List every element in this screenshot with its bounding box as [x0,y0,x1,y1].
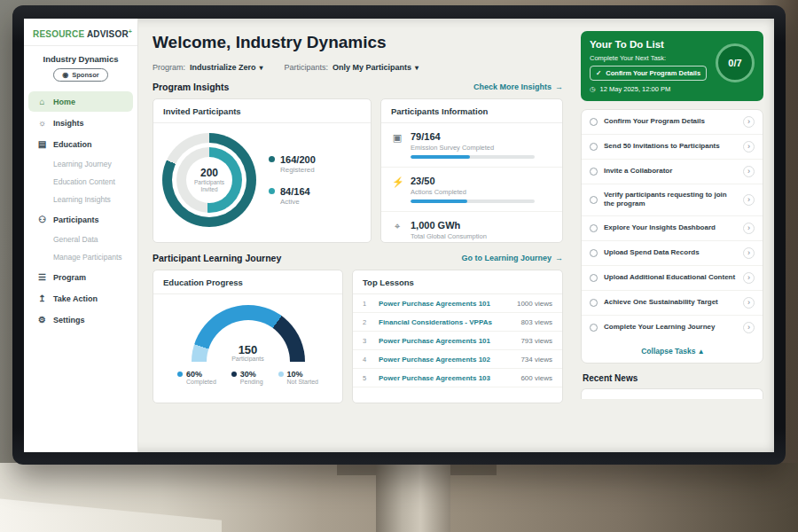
education-progress-gauge-chart: 150 Participants [192,305,305,362]
legend-value: 10% [287,370,303,379]
participants-filter-label: Participants: [285,63,329,72]
todo-progress-value: 0/7 [728,58,741,68]
app-logo: RESOURCE ADVISOR+ [24,19,137,46]
chevron-right-icon[interactable]: › [743,194,755,206]
lesson-views: 803 views [520,318,552,326]
lesson-row-1: 1 Power Purchase Agreements 101 1000 vie… [353,294,562,313]
stat-emission-survey: ▣ 79/164 Emission Survey Completed [381,123,562,168]
lesson-link[interactable]: Power Purchase Agreements 101 [379,300,510,308]
lesson-rank: 1 [363,300,372,308]
todo-progress-ring: 0/7 [716,43,755,82]
legend-label: Pending [240,379,263,385]
gauge-center-value: 150 [192,344,305,356]
sidebar-item-home[interactable]: ⌂ Home [28,91,133,112]
checkbox-icon[interactable] [590,274,598,282]
sidebar-item-settings[interactable]: ⚙ Settings [28,309,133,330]
participants-filter-select[interactable]: Only My Participants ▾ [332,63,419,72]
chevron-right-icon[interactable]: › [743,297,755,309]
legend-label: Registered [280,166,316,174]
filters-bar: Program: Industrialize Zero ▾ Participan… [153,63,563,72]
check-icon: ✓ [596,69,601,77]
sponsor-badge[interactable]: ◉ Sponsor [53,68,107,82]
sidebar-item-label: Home [53,98,75,106]
chevron-right-icon[interactable]: › [743,116,755,128]
checkbox-icon[interactable] [590,249,598,257]
sidebar-item-participants[interactable]: ⚇ Participants [28,209,133,230]
section-title-program-insights: Program Insights [153,82,229,92]
sidebar-item-label: Program [53,273,86,282]
task-row-upload-educational-content[interactable]: Upload Additional Educational Content › [582,266,763,291]
sidebar-item-label: Education [53,140,92,149]
checkbox-icon[interactable] [590,196,598,204]
checkbox-icon[interactable] [590,168,598,176]
collapse-label: Collapse Tasks [641,347,695,356]
legend-dot-registered [269,156,275,162]
legend-value: 60% [186,370,202,379]
participants-filter: Participants: Only My Participants ▾ [285,63,419,72]
chevron-right-icon[interactable]: › [743,247,755,259]
lesson-views: 1000 views [517,300,552,308]
legend-value: 164/200 [280,154,316,165]
go-to-learning-journey-link[interactable]: Go to Learning Journey → [461,254,563,262]
legend-dot-active [269,188,275,194]
chevron-right-icon[interactable]: › [743,166,755,177]
task-row-upload-spend-data[interactable]: Upload Spend Data Records › [582,241,763,266]
sidebar-item-program[interactable]: ☰ Program [28,267,133,287]
logo-text-resource: RESOURCE [33,29,84,39]
checkbox-icon[interactable] [590,299,598,307]
task-row-send-invitations[interactable]: Send 50 Invitations to Participants › [582,135,763,160]
collapse-tasks-link[interactable]: Collapse Tasks ▴ [582,340,763,363]
sidebar-item-learning-journey[interactable]: Learning Journey [28,155,133,173]
sidebar-item-take-action[interactable]: ↥ Take Action [28,288,133,309]
sidebar: RESOURCE ADVISOR+ Industry Dynamics ◉ Sp… [24,19,138,452]
lesson-link[interactable]: Power Purchase Agreements 101 [379,337,513,345]
lesson-rank: 5 [363,374,372,382]
sidebar-item-manage-participants[interactable]: Manage Participants [28,248,133,266]
check-more-insights-link[interactable]: Check More Insights → [473,82,563,91]
next-task-label: Confirm Your Program Details [606,69,700,77]
sidebar-item-insights[interactable]: ☼ Insights [28,113,133,133]
lesson-link[interactable]: Power Purchase Agreements 102 [379,356,513,364]
checkbox-icon[interactable] [590,324,598,332]
card-title: Participants Information [381,99,562,123]
legend-label: Not Started [287,379,318,385]
sidebar-item-general-data[interactable]: General Data [28,231,133,248]
chevron-right-icon[interactable]: › [743,223,755,234]
todo-summary-card: Your To Do List Complete Your Next Task:… [581,31,763,101]
task-row-confirm-program-details[interactable]: Confirm Your Program Details › [582,110,763,135]
chevron-right-icon[interactable]: › [743,322,755,333]
lesson-link[interactable]: Financial Considerations - VPPAs [379,318,513,326]
legend-label: Active [280,198,310,206]
sidebar-item-education-content[interactable]: Education Content [28,173,133,191]
legend-label: Completed [186,379,216,385]
sidebar-item-label: Take Action [53,294,98,303]
task-row-invite-collaborator[interactable]: Invite a Collaborator › [582,160,763,184]
lesson-rank: 3 [363,337,372,345]
program-filter-select[interactable]: Industrialize Zero ▾ [190,63,263,72]
checkbox-icon[interactable] [590,118,598,126]
checkbox-icon[interactable] [590,224,598,232]
task-row-complete-learning-journey[interactable]: Complete Your Learning Journey › [582,316,763,340]
checkbox-icon[interactable] [590,143,598,151]
chevron-right-icon[interactable]: › [743,272,755,284]
legend-item-not-started: 10% Not Started [278,370,318,385]
stat-value: 79/164 [411,131,535,142]
legend-item-pending: 30% Pending [231,370,263,385]
lesson-row-5: 5 Power Purchase Agreements 103 600 view… [353,369,562,387]
donut-center-label: Participants Invited [191,179,228,193]
lesson-link[interactable]: Power Purchase Agreements 103 [379,374,513,382]
next-task-pill[interactable]: ✓ Confirm Your Program Details [590,66,707,81]
card-title: Invited Participants [153,99,371,123]
legend-item-active: 84/164 Active [269,186,316,206]
lesson-rank: 4 [363,356,372,364]
progress-track [411,155,535,159]
sidebar-item-education[interactable]: ▤ Education [28,134,133,154]
stat-label: Total Global Consumption [411,232,487,240]
education-icon: ▤ [37,139,47,149]
stat-label: Emission Survey Completed [411,144,535,152]
chevron-right-icon[interactable]: › [743,141,755,153]
task-row-explore-insights-dashboard[interactable]: Explore Your Insights Dashboard › [582,216,763,241]
sidebar-item-learning-insights[interactable]: Learning Insights [28,191,133,208]
task-row-verify-participants[interactable]: Verify participants requesting to join t… [582,184,763,216]
task-row-achieve-sustainability-target[interactable]: Achieve One Sustainability Target › [582,291,763,316]
